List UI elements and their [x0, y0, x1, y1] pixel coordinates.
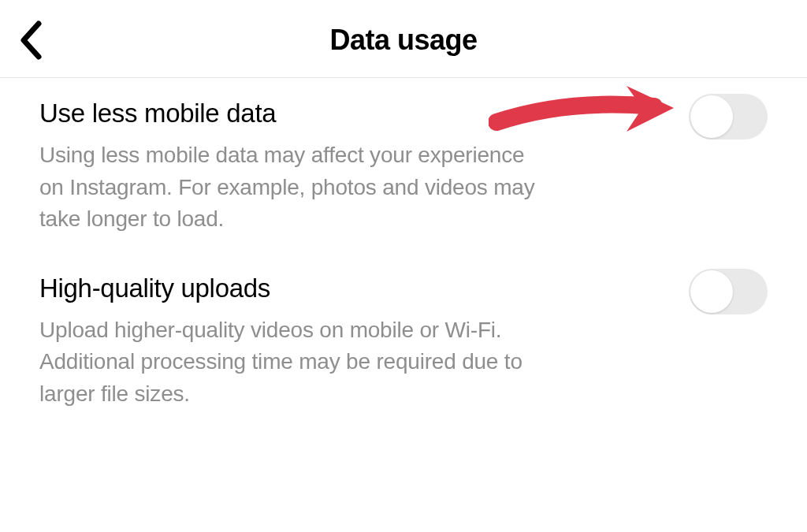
setting-description: Upload higher-quality videos on mobile o…	[39, 314, 544, 411]
setting-use-less-mobile-data: Use less mobile data Using less mobile d…	[39, 99, 768, 236]
setting-title: Use less mobile data	[39, 99, 544, 128]
page-title: Data usage	[24, 24, 783, 57]
toggle-high-quality-uploads[interactable]	[689, 269, 768, 314]
back-button[interactable]	[17, 19, 44, 61]
setting-text: High-quality uploads Upload higher-quali…	[39, 273, 544, 411]
toggle-knob	[690, 95, 733, 138]
toggle-knob	[690, 270, 733, 313]
setting-high-quality-uploads: High-quality uploads Upload higher-quali…	[39, 273, 768, 411]
toggle-use-less-mobile-data[interactable]	[689, 94, 768, 140]
header: Data usage	[0, 0, 807, 78]
setting-title: High-quality uploads	[39, 273, 544, 303]
settings-content: Use less mobile data Using less mobile d…	[0, 78, 807, 411]
setting-text: Use less mobile data Using less mobile d…	[39, 99, 544, 236]
setting-description: Using less mobile data may affect your e…	[39, 140, 544, 236]
chevron-left-icon	[17, 19, 44, 61]
